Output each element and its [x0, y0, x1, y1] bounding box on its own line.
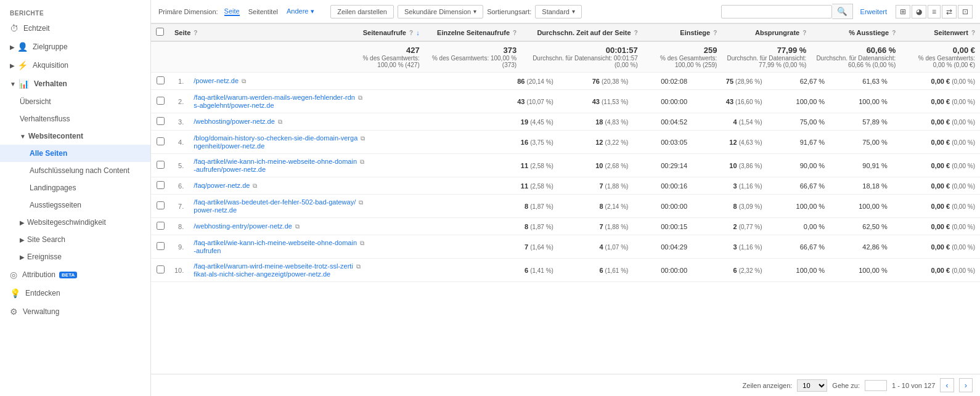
page-link[interactable]: s-abgelehnt/power-netz.de — [194, 102, 274, 109]
help-icon-durchschn[interactable]: ? — [634, 30, 638, 36]
goto-input[interactable]: 1 — [865, 380, 887, 391]
row-checkbox[interactable] — [157, 137, 165, 145]
external-link-icon[interactable]: ⧉ — [278, 118, 282, 125]
page-link[interactable]: /faq-artikel/warum-wird-meine-webseite-t… — [194, 262, 353, 270]
row-einzelne: 18 (4,83 %) — [558, 113, 633, 131]
sortierungsart-label: Sortierungsart: — [487, 8, 531, 15]
page-link[interactable]: power-netz.de — [194, 206, 237, 214]
arrow-right-icon: ▶ — [20, 219, 25, 226]
goto-label: Gehe zu: — [832, 382, 860, 389]
external-link-icon[interactable]: ⧉ — [360, 240, 364, 246]
row-einstiege: 8 (3,09 %) — [692, 195, 767, 218]
row-checkbox[interactable] — [157, 265, 165, 273]
sidebar-item-landingpages[interactable]: Landingpages — [0, 179, 150, 196]
row-seitenwert: 0,00 € (0,00 %) — [892, 73, 980, 90]
page-link[interactable]: /faq-artikel/was-bedeutet-der-fehler-502… — [194, 198, 356, 206]
row-checkbox[interactable] — [157, 117, 165, 125]
table-row: 8./webhosting-entry/power-netz.de ⧉8 (1,… — [151, 218, 980, 235]
sidebar-item-ausstiegsseiten[interactable]: Ausstiegsseiten — [0, 196, 150, 214]
sidebar-item-verhaltensfluss[interactable]: Verhaltensfluss — [0, 110, 150, 127]
row-durchschn: 00:02:08 — [633, 73, 692, 90]
row-checkbox[interactable] — [157, 242, 165, 250]
row-seitenaufrufe: 86 (20,14 %) — [483, 73, 558, 90]
help-icon-einstiege[interactable]: ? — [713, 30, 717, 36]
row-page: /faq-artikel/warum-wird-meine-webseite-t… — [189, 259, 483, 282]
sidebar-item-akquisition[interactable]: ▶ ⚡ Akquisition — [0, 56, 150, 75]
page-link[interactable]: /faq-artikel/wie-kann-ich-meine-webseite… — [194, 158, 357, 165]
sidebar-item-uebersicht[interactable]: Übersicht — [0, 93, 150, 110]
page-link[interactable]: /power-netz.de — [194, 77, 239, 84]
sidebar-item-zielgruppe[interactable]: ▶ 👤 Zielgruppe — [0, 38, 150, 56]
sidebar-item-attribution[interactable]: ◎ Attribution BETA — [0, 265, 150, 284]
page-link[interactable]: /faq/power-netz.de — [194, 182, 250, 189]
help-icon-seitenwert[interactable]: ? — [971, 30, 975, 36]
help-icon-ausstiege[interactable]: ? — [892, 30, 896, 36]
search-input[interactable] — [721, 5, 832, 18]
external-link-icon[interactable]: ⧉ — [242, 78, 246, 84]
page-link[interactable]: /webhosting-entry/power-netz.de — [194, 222, 292, 230]
dim-andere-link[interactable]: Andere ▾ — [287, 7, 314, 15]
erweitert-link[interactable]: Erweitert — [860, 8, 887, 15]
zeilen-darstellen-button[interactable]: Zeilen darstellen — [330, 5, 394, 18]
dim-seitentitel-link[interactable]: Seitentitel — [248, 8, 278, 15]
sidebar-item-verwaltung[interactable]: ⚙ Verwaltung — [0, 302, 150, 321]
bar-view-button[interactable]: ≡ — [928, 5, 941, 18]
row-ausstiege: 61,63 % — [830, 73, 892, 90]
sidebar-item-ereignisse[interactable]: ▶ Ereignisse — [0, 248, 150, 265]
sortierungsart-button[interactable]: Standard — [535, 5, 582, 18]
select-all-checkbox[interactable] — [156, 28, 164, 36]
help-icon-page[interactable]: ? — [194, 30, 197, 36]
row-page: /power-netz.de ⧉ — [189, 73, 483, 90]
search-button[interactable]: 🔍 — [832, 4, 853, 19]
row-num: 6. — [169, 177, 189, 195]
row-checkbox[interactable] — [157, 222, 165, 230]
help-icon-seitenaufrufe[interactable]: ? — [409, 30, 413, 36]
sidebar-item-site-search[interactable]: ▶ Site Search — [0, 231, 150, 248]
next-button[interactable]: › — [959, 378, 973, 392]
prev-button[interactable]: ‹ — [940, 378, 953, 392]
page-link[interactable]: -aufrufen/power-netz.de — [194, 166, 266, 173]
external-link-icon[interactable]: ⧉ — [295, 223, 300, 230]
row-checkbox[interactable] — [157, 201, 165, 209]
row-checkbox[interactable] — [157, 76, 165, 84]
page-link[interactable]: /webhosting/power-netz.de — [194, 118, 274, 125]
sidebar-item-aufschluesselung[interactable]: Aufschlüsselung nach Content — [0, 162, 150, 179]
external-link-icon[interactable]: ⧉ — [358, 94, 362, 101]
sekundaere-dimension-button[interactable]: Sekundäre Dimension — [398, 5, 483, 18]
sidebar-item-websitegeschwindigkeit[interactable]: ▶ Websitegeschwindigkeit — [0, 214, 150, 231]
pie-view-button[interactable]: ◕ — [912, 5, 926, 18]
row-absprungrate: 0,00 % — [767, 218, 830, 235]
external-link-icon[interactable]: ⧉ — [359, 199, 363, 206]
row-durchschn: 00:00:15 — [633, 218, 692, 235]
help-icon-absprungrate[interactable]: ? — [802, 30, 806, 36]
sidebar-item-echtzeit[interactable]: ⏱ Echtzeit — [0, 19, 150, 38]
sidebar-item-verhalten[interactable]: ▼ 📊 Verhalten — [0, 75, 150, 93]
pivot-view-button[interactable]: ⊡ — [958, 5, 973, 18]
sidebar-item-alle-seiten[interactable]: Alle Seiten — [0, 145, 150, 162]
grid-view-button[interactable]: ⊞ — [896, 5, 910, 18]
sidebar-item-websitecontent[interactable]: ▼ Websitecontent — [0, 127, 150, 145]
row-checkbox[interactable] — [157, 181, 165, 189]
row-num: 4. — [169, 131, 189, 154]
sort-arrow-icon[interactable]: ↓ — [416, 29, 420, 36]
page-link[interactable]: ngenheit/power-netz.de — [194, 142, 264, 150]
sidebar-item-entdecken[interactable]: 💡 Entdecken — [0, 284, 150, 302]
row-checkbox[interactable] — [157, 97, 165, 105]
row-seitenwert: 0,00 € (0,00 %) — [892, 154, 980, 177]
compare-view-button[interactable]: ⇄ — [942, 5, 957, 18]
page-link[interactable]: /blog/domain-history-so-checken-sie-die-… — [194, 134, 357, 142]
row-seitenaufrufe: 8 (1,87 %) — [483, 195, 558, 218]
external-link-icon[interactable]: ⧉ — [360, 158, 364, 165]
page-link[interactable]: /faq-artikel/wie-kann-ich-meine-webseite… — [194, 239, 357, 246]
external-link-icon[interactable]: ⧉ — [253, 182, 257, 189]
help-icon-einzelne[interactable]: ? — [513, 30, 517, 36]
row-absprungrate: 90,00 % — [767, 154, 830, 177]
page-link[interactable]: fikat-als-nicht-sicher-angezeigt/power-n… — [194, 270, 330, 278]
page-link[interactable]: /faq-artikel/warum-werden-mails-wegen-fe… — [194, 94, 355, 101]
external-link-icon[interactable]: ⧉ — [356, 263, 361, 270]
rows-select[interactable]: 10 25 50 100 — [797, 379, 827, 392]
dim-seite-link[interactable]: Seite — [224, 7, 240, 16]
external-link-icon[interactable]: ⧉ — [361, 135, 365, 142]
page-link[interactable]: -aufrufen — [194, 247, 221, 254]
row-checkbox[interactable] — [157, 161, 165, 169]
